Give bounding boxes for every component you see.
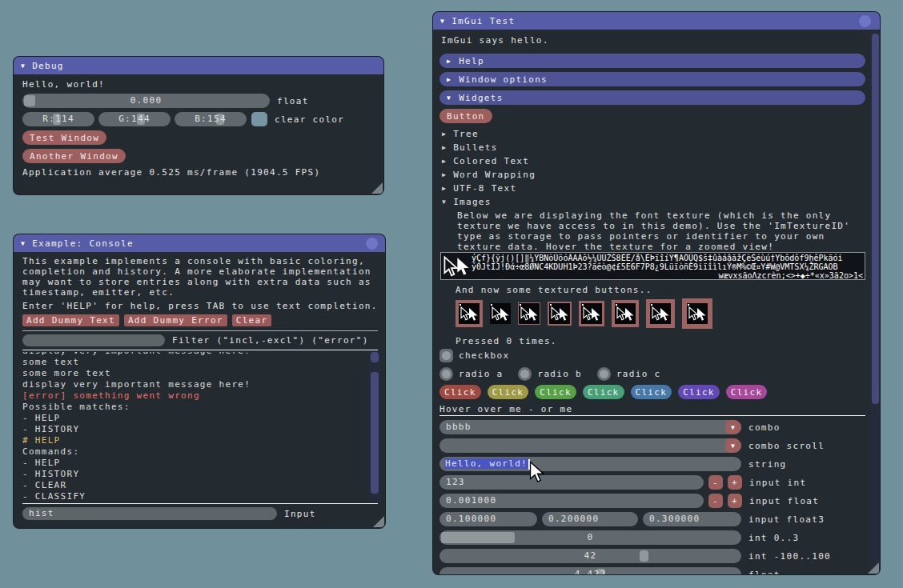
input-float-field[interactable]: 0.001000	[439, 494, 704, 508]
button-widget[interactable]: Button	[439, 109, 492, 123]
float-slider[interactable]: 0.000	[22, 94, 270, 108]
button-widget-label: Button	[447, 111, 485, 122]
combo-scroll-label: combo scroll	[748, 441, 825, 451]
radio-button-c[interactable]	[597, 367, 611, 381]
green-slider[interactable]: G:144	[98, 112, 171, 126]
input-float3-y[interactable]: 0.200000	[542, 512, 638, 526]
combo-select[interactable]: bbbb ▼	[439, 420, 741, 434]
test-window-button[interactable]: Test Window	[22, 130, 106, 145]
cursor-texture-icon	[549, 303, 570, 324]
hello-world-text: Hello, world!	[22, 79, 105, 90]
click-button-pink[interactable]: Click	[726, 385, 768, 399]
clear-color-swatch[interactable]	[251, 112, 267, 126]
console-scrollbar-thumb[interactable]	[371, 372, 379, 494]
image-button-4[interactable]	[548, 302, 572, 326]
image-button-1[interactable]	[456, 300, 483, 327]
tree-node-label: Bullets	[453, 142, 497, 153]
tree-node-colored-text[interactable]: ▶ Colored Text	[442, 156, 529, 166]
plus-button[interactable]: +	[728, 494, 742, 508]
input-float3-z[interactable]: 0.300000	[643, 512, 741, 526]
font-texture-row: ý0JtIJ!Ðά÷œ8ØNC4KDUH1Þ23?ãêò@¢£5E6F7P8¿9…	[472, 262, 863, 271]
click-button-red[interactable]: Click	[439, 385, 481, 399]
radio-a-label: radio a	[459, 369, 503, 379]
combo-arrow-icon[interactable]: ▼	[725, 438, 741, 453]
tree-node-bullets[interactable]: ▶ Bullets	[442, 142, 498, 153]
click-button-teal[interactable]: Click	[583, 385, 624, 399]
console-titlebar[interactable]: ▼ Example: Console	[14, 234, 385, 252]
resize-grip[interactable]	[868, 562, 879, 574]
chevron-right-icon: ▶	[442, 185, 447, 192]
combo-scroll-select[interactable]: ▼	[439, 438, 741, 453]
click-label: Click	[492, 387, 524, 398]
close-icon[interactable]	[366, 238, 378, 250]
imgui-titlebar[interactable]: ▼ ImGui Test	[433, 12, 880, 30]
log-line: Possible matches:	[22, 402, 367, 413]
header-window-options[interactable]: ▶ Window options	[439, 72, 865, 86]
checkbox[interactable]	[439, 349, 453, 362]
image-button-5[interactable]	[579, 301, 604, 326]
tree-node-word-wrapping[interactable]: ▶ Word Wrapping	[442, 170, 536, 180]
console-window-title: Example: Console	[32, 238, 134, 249]
tree-node-tree[interactable]: ▶ Tree	[442, 129, 479, 139]
click-button-blue[interactable]: Click	[631, 385, 672, 399]
cursor-texture-icon	[459, 303, 480, 324]
log-line: - HISTORY	[22, 424, 367, 435]
add-dummy-error-button[interactable]: Add Dummy Error	[124, 314, 227, 326]
console-command-input[interactable]: hist	[22, 507, 277, 520]
click-button-yellow[interactable]: Click	[488, 385, 529, 399]
collapse-arrow-icon[interactable]: ▼	[21, 240, 26, 247]
imgui-scrollbar-thumb[interactable]	[872, 34, 879, 404]
header-widgets[interactable]: ▼ Widgets	[439, 90, 865, 105]
slider-int-100[interactable]: 42	[439, 549, 741, 563]
slider-int-0-3[interactable]: 0	[439, 530, 741, 545]
collapse-arrow-icon[interactable]: ▼	[440, 18, 445, 25]
slider-float[interactable]: 4.422	[439, 567, 741, 575]
string-input[interactable]: Hello, world!	[439, 457, 741, 471]
combo-arrow-icon[interactable]: ▼	[725, 420, 741, 434]
blue-slider[interactable]: B:154	[175, 112, 247, 126]
debug-titlebar[interactable]: ▼ Debug	[14, 57, 383, 74]
string-input-value: Hello, world!	[444, 458, 530, 470]
red-slider[interactable]: R:114	[22, 112, 94, 126]
clear-button[interactable]: Clear	[232, 314, 272, 326]
click-button-purple[interactable]: Click	[678, 385, 720, 399]
click-label: Click	[444, 387, 476, 398]
log-line: some more text	[22, 368, 367, 379]
console-input-label: Input	[284, 509, 316, 519]
radio-button-a[interactable]	[439, 367, 453, 381]
cursor-texture-icon	[490, 303, 511, 324]
header-help[interactable]: ▶ Help	[439, 54, 865, 68]
filter-input[interactable]	[22, 334, 165, 346]
input-float3-x[interactable]: 0.100000	[439, 512, 537, 526]
add-dummy-text-button[interactable]: Add Dummy Text	[22, 314, 119, 326]
slider-float-value: 4.422	[439, 569, 741, 575]
images-description-line: texture we have access to in this demo).…	[457, 221, 850, 231]
image-button-3[interactable]	[518, 302, 540, 325]
resize-grip[interactable]	[373, 516, 384, 527]
console-scrollbar-thumb[interactable]	[371, 352, 379, 362]
collapse-arrow-icon[interactable]: ▼	[21, 62, 26, 70]
tree-node-utf8-text[interactable]: ▶ UTF-8 Text	[442, 183, 516, 194]
input-int-field[interactable]: 123	[439, 475, 704, 490]
close-icon[interactable]	[859, 15, 871, 27]
font-texture-image[interactable]: ýÇf}{ÿj()[]‖¼ÝBÑòÙöóÂÃÀô½¼ÙÚŽŠ8ÉÊ/å\ÈÞïî…	[440, 252, 865, 280]
tree-node-images[interactable]: ▼ Images	[442, 197, 492, 207]
plus-button[interactable]: +	[728, 475, 742, 490]
click-label: Click	[731, 387, 763, 398]
another-window-button[interactable]: Another Window	[22, 149, 126, 163]
radio-button-b[interactable]	[518, 367, 532, 381]
pressed-count-text: Pressed 0 times.	[456, 336, 557, 346]
red-value: R:114	[22, 114, 94, 124]
image-button-7[interactable]	[646, 299, 675, 328]
minus-button[interactable]: -	[708, 475, 723, 490]
image-button-6[interactable]	[612, 300, 639, 327]
separator	[22, 350, 378, 350]
chevron-right-icon: ▶	[442, 130, 447, 138]
selected-text: Hello, world!	[444, 458, 528, 469]
image-button-2[interactable]	[490, 303, 511, 324]
resize-grip[interactable]	[371, 182, 383, 194]
console-log[interactable]: display very important message here! som…	[22, 352, 367, 502]
minus-button[interactable]: -	[708, 494, 723, 508]
click-button-green[interactable]: Click	[535, 385, 576, 399]
image-button-8[interactable]	[682, 298, 712, 329]
